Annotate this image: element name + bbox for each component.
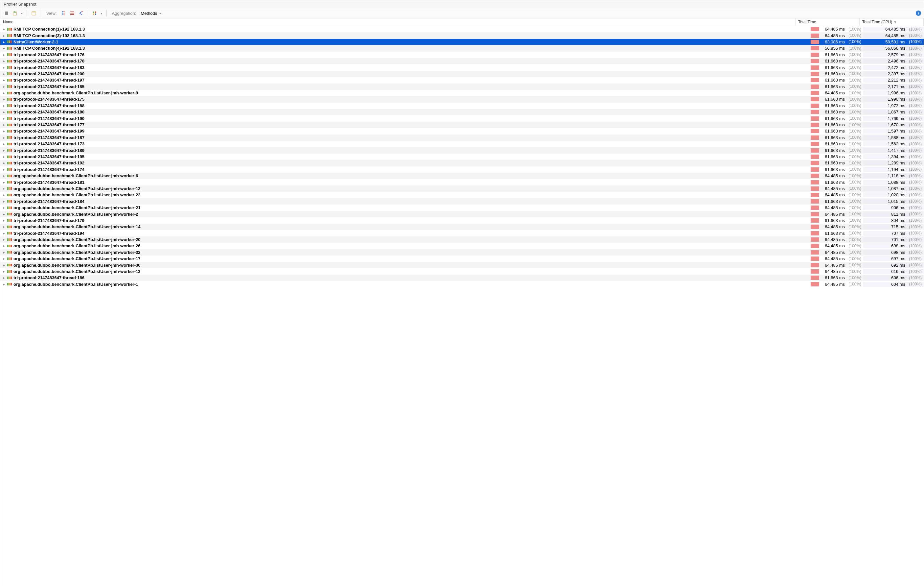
table-row[interactable]: ▸org.apache.dubbo.benchmark.ClientPb.lis… <box>0 223 924 230</box>
table-row[interactable]: ▸tri-protocol-2147483647-thread-17861,66… <box>0 58 924 64</box>
table-row[interactable]: ▸org.apache.dubbo.benchmark.ClientPb.lis… <box>0 255 924 262</box>
expand-caret-icon[interactable]: ▸ <box>2 117 6 120</box>
table-row[interactable]: ▸tri-protocol-2147483647-thread-18661,66… <box>0 275 924 281</box>
expand-caret-icon[interactable]: ▸ <box>2 276 6 280</box>
expand-caret-icon[interactable]: ▸ <box>2 161 6 165</box>
expand-caret-icon[interactable]: ▸ <box>2 129 6 133</box>
expand-caret-icon[interactable]: ▸ <box>2 174 6 177</box>
expand-caret-icon[interactable]: ▸ <box>2 40 6 44</box>
table-row[interactable]: ▸tri-protocol-2147483647-thread-18861,66… <box>0 103 924 109</box>
table-row[interactable]: ▸org.apache.dubbo.benchmark.ClientPb.lis… <box>0 281 924 287</box>
table-row[interactable]: ▸tri-protocol-2147483647-thread-19261,66… <box>0 160 924 166</box>
table-row[interactable]: ▸org.apache.dubbo.benchmark.ClientPb.lis… <box>0 211 924 217</box>
view-calltree-button[interactable] <box>60 10 68 17</box>
info-icon[interactable]: i <box>916 10 921 16</box>
expand-caret-icon[interactable]: ▸ <box>2 85 6 88</box>
column-header-name[interactable]: Name <box>0 18 795 26</box>
table-row[interactable]: ▸RMI TCP Connection(1)-192.168.1.364,485… <box>0 26 924 32</box>
view-flat-button[interactable] <box>69 10 76 17</box>
expand-caret-icon[interactable]: ▸ <box>2 142 6 146</box>
expand-caret-icon[interactable]: ▸ <box>2 212 6 216</box>
expand-caret-icon[interactable]: ▸ <box>2 270 6 273</box>
expand-caret-icon[interactable]: ▸ <box>2 110 6 114</box>
expand-caret-icon[interactable]: ▸ <box>2 283 6 286</box>
table-row[interactable]: ▸tri-protocol-2147483647-thread-18561,66… <box>0 84 924 90</box>
cpu-time-cell: 1,588 ms(100%) <box>863 135 924 140</box>
svg-rect-32 <box>10 60 12 63</box>
table-row[interactable]: ▸NettyClientWorker-2-163,086 ms(100%)59,… <box>0 39 924 45</box>
expand-caret-icon[interactable]: ▸ <box>2 257 6 260</box>
table-row[interactable]: ▸RMI TCP Connection(4)-192.168.1.356,856… <box>0 45 924 51</box>
table-row[interactable]: ▸tri-protocol-2147483647-thread-18161,66… <box>0 179 924 185</box>
expand-caret-icon[interactable]: ▸ <box>2 168 6 171</box>
table-row[interactable]: ▸tri-protocol-2147483647-thread-19761,66… <box>0 77 924 83</box>
expand-caret-icon[interactable]: ▸ <box>2 34 6 38</box>
table-row[interactable]: ▸tri-protocol-2147483647-thread-18761,66… <box>0 134 924 141</box>
expand-caret-icon[interactable]: ▸ <box>2 97 6 101</box>
table-row[interactable]: ▸tri-protocol-2147483647-thread-18361,66… <box>0 64 924 70</box>
table-row[interactable]: ▸tri-protocol-2147483647-thread-18961,66… <box>0 147 924 153</box>
column-header-total-time-cpu[interactable]: Total Time (CPU) ▼ <box>860 18 924 26</box>
expand-caret-icon[interactable]: ▸ <box>2 104 6 108</box>
filter-dropdown-caret-icon[interactable]: ▾ <box>100 12 103 15</box>
expand-caret-icon[interactable]: ▸ <box>2 200 6 203</box>
table-row[interactable]: ▸tri-protocol-2147483647-thread-19461,66… <box>0 230 924 237</box>
expand-caret-icon[interactable]: ▸ <box>2 155 6 159</box>
expand-caret-icon[interactable]: ▸ <box>2 59 6 63</box>
expand-caret-icon[interactable]: ▸ <box>2 225 6 228</box>
expand-caret-icon[interactable]: ▸ <box>2 219 6 222</box>
table-row[interactable]: ▸RMI TCP Connection(3)-192.168.1.364,485… <box>0 32 924 38</box>
table-row[interactable]: ▸tri-protocol-2147483647-thread-19561,66… <box>0 154 924 160</box>
table-row[interactable]: ▸org.apache.dubbo.benchmark.ClientPb.lis… <box>0 237 924 243</box>
expand-caret-icon[interactable]: ▸ <box>2 123 6 127</box>
filter-button[interactable] <box>91 10 99 17</box>
table-row[interactable]: ▸org.apache.dubbo.benchmark.ClientPb.lis… <box>0 243 924 249</box>
table-row[interactable]: ▸tri-protocol-2147483647-thread-17461,66… <box>0 166 924 173</box>
expand-caret-icon[interactable]: ▸ <box>2 78 6 82</box>
table-row[interactable]: ▸tri-protocol-2147483647-thread-18461,66… <box>0 198 924 205</box>
table-row[interactable]: ▸tri-protocol-2147483647-thread-20061,66… <box>0 71 924 77</box>
expand-caret-icon[interactable]: ▸ <box>2 136 6 139</box>
table-row[interactable]: ▸org.apache.dubbo.benchmark.ClientPb.lis… <box>0 249 924 255</box>
expand-caret-icon[interactable]: ▸ <box>2 251 6 254</box>
expand-caret-icon[interactable]: ▸ <box>2 72 6 76</box>
stop-button[interactable] <box>3 10 10 17</box>
export-dropdown-caret-icon[interactable]: ▾ <box>20 12 23 15</box>
table-row[interactable]: ▸org.apache.dubbo.benchmark.ClientPb.lis… <box>0 205 924 211</box>
expand-caret-icon[interactable]: ▸ <box>2 244 6 248</box>
expand-caret-icon[interactable]: ▸ <box>2 53 6 56</box>
open-snapshot-button[interactable] <box>30 10 38 17</box>
expand-caret-icon[interactable]: ▸ <box>2 66 6 70</box>
expand-caret-icon[interactable]: ▸ <box>2 187 6 190</box>
expand-caret-icon[interactable]: ▸ <box>2 27 6 31</box>
expand-caret-icon[interactable]: ▸ <box>2 46 6 50</box>
table-row[interactable]: ▸tri-protocol-2147483647-thread-17961,66… <box>0 217 924 223</box>
export-button[interactable] <box>12 10 19 17</box>
table-row[interactable]: ▸tri-protocol-2147483647-thread-17661,66… <box>0 51 924 58</box>
table-row[interactable]: ▸org.apache.dubbo.benchmark.ClientPb.lis… <box>0 185 924 192</box>
table-row[interactable]: ▸org.apache.dubbo.benchmark.ClientPb.lis… <box>0 90 924 96</box>
table-row[interactable]: ▸tri-protocol-2147483647-thread-17761,66… <box>0 122 924 128</box>
expand-caret-icon[interactable]: ▸ <box>2 263 6 267</box>
table-row[interactable]: ▸tri-protocol-2147483647-thread-17561,66… <box>0 96 924 102</box>
expand-caret-icon[interactable]: ▸ <box>2 149 6 152</box>
expand-caret-icon[interactable]: ▸ <box>2 232 6 235</box>
table-body[interactable]: ▸RMI TCP Connection(1)-192.168.1.364,485… <box>0 26 924 586</box>
table-row[interactable]: ▸org.apache.dubbo.benchmark.ClientPb.lis… <box>0 173 924 179</box>
expand-caret-icon[interactable]: ▸ <box>2 206 6 209</box>
expand-caret-icon[interactable]: ▸ <box>2 238 6 242</box>
table-row[interactable]: ▸tri-protocol-2147483647-thread-17361,66… <box>0 141 924 147</box>
column-header-total-time[interactable]: Total Time <box>795 18 860 26</box>
expand-caret-icon[interactable]: ▸ <box>2 180 6 184</box>
expand-caret-icon[interactable]: ▸ <box>2 193 6 197</box>
table-row[interactable]: ▸org.apache.dubbo.benchmark.ClientPb.lis… <box>0 192 924 198</box>
table-row[interactable]: ▸org.apache.dubbo.benchmark.ClientPb.lis… <box>0 262 924 268</box>
table-row[interactable]: ▸org.apache.dubbo.benchmark.ClientPb.lis… <box>0 268 924 275</box>
table-row[interactable]: ▸tri-protocol-2147483647-thread-18061,66… <box>0 109 924 115</box>
view-backtrace-button[interactable] <box>77 10 84 17</box>
table-row[interactable]: ▸tri-protocol-2147483647-thread-19061,66… <box>0 115 924 121</box>
svg-rect-111 <box>7 232 8 235</box>
table-row[interactable]: ▸tri-protocol-2147483647-thread-19961,66… <box>0 128 924 134</box>
expand-caret-icon[interactable]: ▸ <box>2 91 6 95</box>
aggregation-dropdown[interactable]: Methods ▾ <box>139 10 163 17</box>
